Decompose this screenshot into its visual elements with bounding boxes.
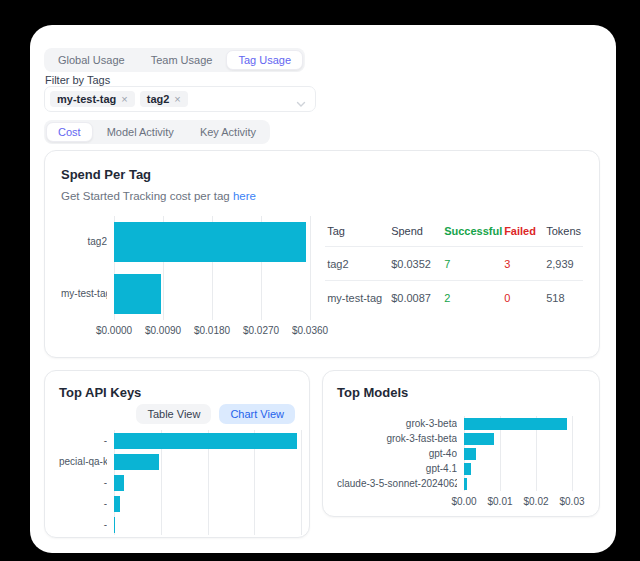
get-started-link[interactable]: here (233, 190, 256, 202)
chart-axis-tick: $0.0360 (292, 325, 328, 336)
top-api-keys-chart: -pecial-qa-key--- (59, 430, 305, 538)
remove-tag-icon[interactable]: × (121, 94, 127, 105)
tag-chip-label: my-test-tag (57, 93, 116, 105)
chart-bar[interactable] (114, 274, 161, 314)
table-row: my-test-tag $0.0087 2 0 518 (325, 280, 583, 314)
tag-stats-table: Tag Spend Successful Failed Tokens tag2 … (325, 216, 583, 340)
tab-key-activity[interactable]: Key Activity (188, 122, 268, 142)
tag-chip[interactable]: my-test-tag × (50, 91, 135, 107)
top-models-chart: grok-3-betagrok-3-fast-betagpt-4ogpt-4.1… (337, 416, 576, 509)
filter-by-tags-label: Filter by Tags (45, 74, 110, 86)
col-tag: Tag (327, 225, 391, 237)
chart-bar[interactable] (464, 478, 467, 490)
usage-tabs: Global Usage Team Usage Tag Usage (44, 48, 305, 72)
chart-category-label: my-test-tag (61, 268, 107, 320)
apikeys-card-title: Top API Keys (59, 385, 295, 400)
col-successful: Successful (444, 225, 504, 237)
cell-spend: $0.0352 (391, 258, 444, 270)
subtitle-text: Get Started Tracking cost per tag (61, 190, 233, 202)
tab-global-usage[interactable]: Global Usage (46, 50, 137, 70)
chart-bar[interactable] (114, 433, 297, 449)
table-header-row: Tag Spend Successful Failed Tokens (325, 216, 583, 246)
chart-category-label: gpt-4.1 (337, 461, 457, 476)
remove-tag-icon[interactable]: × (174, 94, 180, 105)
chart-category-label: grok-3-beta (337, 416, 457, 431)
cell-tokens: 518 (546, 292, 581, 304)
spend-per-tag-card: Spend Per Tag Get Started Tracking cost … (44, 150, 600, 358)
chart-axis-tick: $0.03 (559, 496, 584, 507)
chart-axis-tick: $0.00 (451, 496, 476, 507)
tab-team-usage[interactable]: Team Usage (139, 50, 225, 70)
spend-card-subtitle: Get Started Tracking cost per tag here (61, 190, 583, 202)
tab-cost[interactable]: Cost (46, 122, 93, 142)
chart-bar[interactable] (464, 433, 494, 445)
chart-category-label: claude-3-5-sonnet-20240620 (337, 476, 457, 491)
chart-bar[interactable] (114, 496, 120, 512)
chart-gridline (301, 430, 302, 535)
top-api-keys-card: Top API Keys Table View Chart View -peci… (44, 370, 310, 538)
chart-view-button[interactable]: Chart View (219, 404, 295, 424)
col-tokens: Tokens (546, 225, 581, 237)
chevron-down-icon[interactable] (296, 95, 306, 113)
chart-category-label: - (59, 514, 107, 535)
chart-bar[interactable] (464, 448, 476, 460)
top-models-card: Top Models grok-3-betagrok-3-fast-betagp… (322, 370, 600, 517)
chart-category-label: gpt-4o (337, 446, 457, 461)
chart-axis-tick: $0.01 (487, 496, 512, 507)
usage-dashboard: Global Usage Team Usage Tag Usage Filter… (30, 25, 616, 553)
chart-category-label: - (59, 472, 107, 493)
cell-tag: my-test-tag (327, 292, 391, 304)
cell-failed: 0 (504, 292, 546, 304)
table-view-button[interactable]: Table View (136, 404, 211, 424)
chart-category-label: tag2 (61, 216, 107, 268)
chart-category-label: - (59, 493, 107, 514)
cost-activity-tabs: Cost Model Activity Key Activity (44, 120, 270, 144)
chart-axis-tick: $0.0090 (145, 325, 181, 336)
cell-successful: 7 (444, 258, 504, 270)
tab-tag-usage[interactable]: Tag Usage (226, 50, 303, 70)
models-card-title: Top Models (337, 385, 585, 400)
tag-filter-select[interactable]: my-test-tag × tag2 × (44, 86, 316, 112)
tag-chip[interactable]: tag2 × (140, 91, 188, 107)
table-row: tag2 $0.0352 7 3 2,939 (325, 246, 583, 280)
cell-tag: tag2 (327, 258, 391, 270)
chart-gridline (572, 416, 573, 491)
cell-spend: $0.0087 (391, 292, 444, 304)
cell-tokens: 2,939 (546, 258, 581, 270)
chart-category-label: pecial-qa-key (59, 451, 107, 472)
tag-chip-label: tag2 (147, 93, 170, 105)
chart-axis-tick: $0.02 (523, 496, 548, 507)
chart-category-label: grok-3-fast-beta (337, 431, 457, 446)
chart-bar[interactable] (464, 463, 471, 475)
tab-model-activity[interactable]: Model Activity (95, 122, 186, 142)
chart-bar[interactable] (464, 418, 567, 430)
cell-successful: 2 (444, 292, 504, 304)
chart-gridline (310, 216, 311, 320)
col-spend: Spend (391, 225, 444, 237)
chart-bar[interactable] (114, 475, 124, 491)
chart-axis-tick: $0.0000 (96, 325, 132, 336)
chart-axis-tick: $0.0180 (194, 325, 230, 336)
chart-axis-tick: $0.0270 (243, 325, 279, 336)
view-toggle: Table View Chart View (59, 404, 295, 424)
cell-failed: 3 (504, 258, 546, 270)
col-failed: Failed (504, 225, 546, 237)
chart-bar[interactable] (114, 517, 115, 533)
chart-category-label: - (59, 430, 107, 451)
spend-card-title: Spend Per Tag (61, 167, 583, 182)
spend-per-tag-chart: tag2my-test-tag$0.0000$0.0090$0.0180$0.0… (61, 216, 311, 340)
chart-bar[interactable] (114, 222, 306, 262)
chart-bar[interactable] (114, 454, 159, 470)
